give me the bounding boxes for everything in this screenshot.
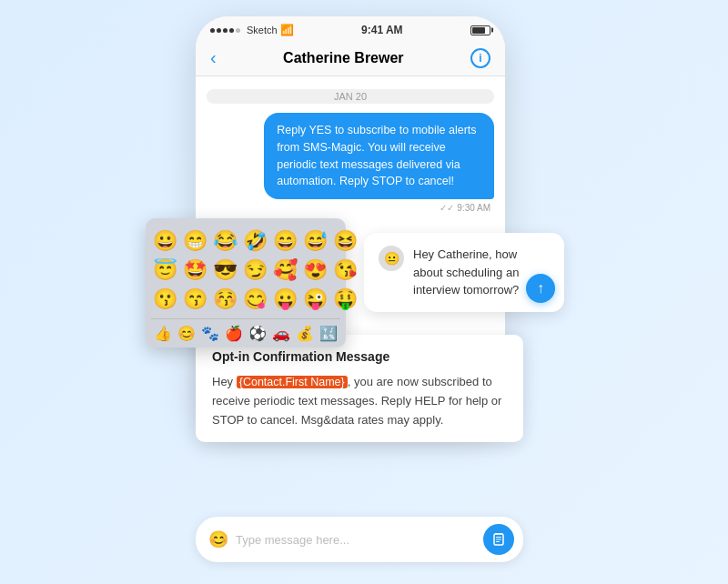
emoji-cell[interactable]: 😋 — [241, 286, 269, 313]
emoji-tool-food[interactable]: 🍎 — [225, 325, 243, 342]
emoji-keyboard: 😀 😁 😂 🤣 😄 😅 😆 😇 🤩 😎 😏 🥰 😍 😘 😗 😙 😚 😋 😛 😜 … — [146, 218, 346, 347]
nav-title: Catherine Brewer — [283, 50, 404, 66]
optin-body: Hey {Contact.First Name}, you are now su… — [212, 373, 507, 429]
typing-bubble: 😐 Hey Catherine, how about scheduling an… — [364, 233, 564, 312]
optin-card: Opt-in Confirmation Message Hey {Contact… — [196, 335, 523, 442]
info-button[interactable]: i — [470, 48, 490, 68]
emoji-cell[interactable]: 😍 — [301, 257, 329, 284]
status-left: Sketch 📶 — [210, 24, 294, 36]
status-time: 9:41 AM — [361, 24, 403, 36]
signal-dots — [210, 28, 240, 33]
emoji-cell[interactable]: 😙 — [181, 286, 209, 313]
optin-title: Opt-in Confirmation Message — [212, 349, 507, 364]
back-button[interactable]: ‹ — [210, 47, 217, 68]
emoji-tool-travel[interactable]: 🚗 — [272, 325, 290, 342]
emoji-cell[interactable]: 🤩 — [181, 257, 209, 284]
emoji-cell[interactable]: 😅 — [301, 227, 329, 255]
bottom-send-button[interactable] — [483, 524, 514, 555]
typing-avatar: 😐 — [379, 246, 404, 271]
emoji-tool-recent[interactable]: 👍 — [154, 325, 172, 342]
carrier-label: Sketch — [247, 25, 278, 35]
emoji-cell[interactable]: 😆 — [331, 227, 359, 255]
nav-bar: ‹ Catherine Brewer i — [196, 40, 505, 76]
emoji-cell[interactable]: 🤣 — [241, 227, 269, 255]
emoji-toolbar: 👍 😊 🐾 🍎 ⚽ 🚗 💰 🔣 — [151, 318, 340, 342]
emoji-cell[interactable]: 😁 — [181, 227, 209, 255]
battery-icon — [470, 25, 490, 35]
emoji-grid: 😀 😁 😂 🤣 😄 😅 😆 😇 🤩 😎 😏 🥰 😍 😘 😗 😙 😚 😋 😛 😜 … — [151, 227, 340, 313]
svg-rect-3 — [496, 539, 501, 540]
emoji-tool-symbols[interactable]: 🔣 — [319, 325, 338, 342]
emoji-cell[interactable]: 😘 — [331, 257, 359, 284]
status-bar: Sketch 📶 9:41 AM — [196, 16, 505, 40]
clipboard-icon — [491, 532, 506, 547]
emoji-cell[interactable]: 🤑 — [331, 286, 359, 313]
emoji-cell[interactable]: 😜 — [301, 286, 329, 313]
checkmarks-icon: ✓✓ — [440, 203, 454, 213]
optin-text-before: Hey — [212, 375, 237, 388]
emoji-cell[interactable]: 😗 — [151, 286, 179, 313]
typing-send-button[interactable]: ↑ — [526, 274, 555, 303]
emoji-cell[interactable]: 😄 — [271, 227, 299, 255]
emoji-tool-objects[interactable]: 💰 — [296, 325, 314, 342]
message-time: ✓✓ 9:30 AM — [207, 203, 494, 213]
bottom-emoji-button[interactable]: 😊 — [208, 529, 228, 549]
date-label: JAN 20 — [207, 89, 494, 104]
emoji-cell[interactable]: 😚 — [211, 286, 239, 313]
bottom-input-placeholder: Type message here... — [236, 533, 476, 547]
wifi-icon: 📶 — [280, 24, 294, 36]
emoji-cell[interactable]: 😇 — [151, 257, 179, 284]
emoji-cell[interactable]: 😛 — [271, 286, 299, 313]
svg-rect-4 — [496, 541, 500, 542]
emoji-tool-nature[interactable]: 🐾 — [201, 325, 219, 342]
emoji-cell[interactable]: 😀 — [151, 227, 179, 255]
outgoing-bubble: Reply YES to subscribe to mobile alerts … — [264, 113, 494, 199]
status-right — [470, 25, 490, 35]
emoji-cell[interactable]: 😏 — [241, 257, 269, 284]
emoji-cell[interactable]: 😎 — [211, 257, 239, 284]
emoji-cell[interactable]: 🥰 — [271, 257, 299, 284]
optin-highlight: {Contact.First Name} — [237, 376, 348, 388]
emoji-cell[interactable]: 😂 — [211, 227, 239, 255]
svg-rect-2 — [496, 537, 501, 538]
bottom-input-bar: 😊 Type message here... — [196, 517, 523, 562]
emoji-tool-activity[interactable]: ⚽ — [248, 325, 267, 342]
emoji-tool-smiley[interactable]: 😊 — [177, 325, 196, 342]
